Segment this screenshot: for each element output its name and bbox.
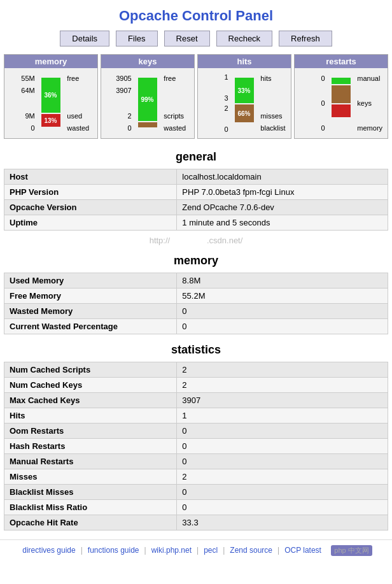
row-value: 1 minute and 5 seconds (177, 215, 388, 231)
row-label: Manual Restarts (4, 454, 177, 469)
restarts-label-memory: memory (357, 124, 385, 132)
memory-label-empty1 (7, 99, 35, 107)
keys-left-labels: 3905 3907 2 0 (104, 72, 134, 134)
row-label: Hash Restarts (4, 439, 177, 454)
table-row: Uptime1 minute and 5 seconds (4, 215, 388, 231)
memory-left-labels: 55M 64M 9M 0 (7, 72, 37, 134)
footer-link[interactable]: wiki.php.net (151, 546, 192, 555)
hits-label-3: 3 (200, 94, 228, 102)
restarts-panel: restarts 0 0 0 manual keys (294, 54, 388, 139)
row-value: 3907 (177, 393, 388, 408)
row-label: Free Memory (4, 288, 177, 304)
row-value: 0 (177, 424, 388, 439)
memory-label-r1 (67, 87, 95, 94)
statistics-table: Num Cached Scripts2Num Cached Keys2Max C… (4, 362, 388, 531)
general-table: Hostlocalhost.localdomainPHP VersionPHP … (4, 169, 388, 231)
hits-panel-header: hits (198, 55, 291, 68)
table-row: Hash Restarts0 (4, 439, 388, 454)
hits-label-2: 2 (200, 104, 228, 112)
hits-label-0: 0 (200, 125, 228, 133)
row-value: localhost.localdomain (177, 169, 388, 185)
row-label: Num Cached Keys (4, 378, 177, 393)
stat-panels: memory 55M 64M 9M 0 36% 13% free used (0, 54, 392, 139)
memory-panel-header: memory (4, 55, 97, 68)
footer-link[interactable]: directives guide (22, 546, 75, 555)
footer: directives guide|functions guide|wiki.ph… (0, 539, 392, 560)
table-row: Hits1 (4, 408, 388, 424)
hits-panel: hits 1 3 2 0 33% 66% hits misses (197, 54, 291, 139)
hits-label-1: 1 (200, 73, 228, 81)
reset-button[interactable]: Reset (164, 31, 210, 46)
footer-separator: | (277, 546, 279, 555)
table-row: Num Cached Scripts2 (4, 362, 388, 378)
row-label: Blacklist Miss Ratio (4, 500, 177, 515)
table-row: Opcache Hit Rate33.3 (4, 515, 388, 531)
restarts-label-keys: keys (357, 99, 385, 107)
restarts-right-labels: manual keys memory (354, 72, 385, 134)
table-row: Num Cached Keys2 (4, 378, 388, 393)
restarts-panel-header: restarts (295, 55, 388, 68)
table-row: Manual Restarts0 (4, 454, 388, 469)
restarts-label-0a: 0 (297, 75, 325, 82)
row-label: Wasted Memory (4, 304, 177, 319)
keys-label-0: 0 (104, 124, 132, 132)
recheck-button[interactable]: Recheck (216, 31, 273, 46)
row-value: 2 (177, 469, 388, 485)
restarts-bar-container (327, 72, 355, 134)
refresh-button[interactable]: Refresh (279, 31, 332, 46)
table-row: Wasted Memory0 (4, 304, 388, 319)
table-row: Hostlocalhost.localdomain (4, 169, 388, 185)
keys-bar-container: 99% (134, 72, 162, 134)
keys-label-3907: 3907 (104, 87, 132, 94)
table-row: Blacklist Miss Ratio0 (4, 500, 388, 515)
keys-bar-scripts (138, 122, 157, 127)
table-row: PHP VersionPHP 7.0.0beta3 fpm-fcgi Linux (4, 185, 388, 200)
details-button[interactable]: Details (60, 31, 109, 46)
memory-label-free: free (67, 75, 95, 82)
row-label: Used Memory (4, 273, 177, 288)
restarts-label-0b: 0 (297, 99, 325, 107)
general-title: general (0, 150, 392, 164)
row-value: 2 (177, 362, 388, 378)
restarts-bar-memory (332, 104, 351, 117)
keys-label-2: 2 (104, 112, 132, 120)
footer-link[interactable]: Zend source (230, 546, 272, 555)
row-label: Uptime (4, 215, 177, 231)
hits-bar-hits: 33% (235, 78, 254, 103)
restarts-left-labels: 0 0 0 (297, 72, 327, 134)
table-row: Max Cached Keys3907 (4, 393, 388, 408)
memory-bar-free: 36% (41, 78, 60, 113)
top-nav: Details Files Reset Recheck Refresh (0, 31, 392, 46)
footer-link[interactable]: pecl (204, 546, 218, 555)
keys-bar-free: 99% (138, 78, 157, 121)
row-value: 2 (177, 378, 388, 393)
hits-right-labels: hits misses blacklist (258, 72, 288, 134)
memory-title: memory (0, 254, 392, 267)
row-label: Host (4, 169, 177, 185)
memory-label-9m: 9M (7, 112, 35, 120)
hits-left-labels: 1 3 2 0 (200, 72, 230, 134)
memory-bar-used: 13% (41, 114, 60, 127)
footer-separator: | (81, 546, 83, 555)
row-value: 0 (177, 500, 388, 515)
row-value: 0 (177, 319, 388, 334)
memory-table: Used Memory8.8MFree Memory55.2MWasted Me… (4, 273, 388, 334)
memory-watermark: http:// .csdn.net/ (0, 236, 392, 245)
footer-link[interactable]: functions guide (88, 546, 139, 555)
hits-label-misses: misses (260, 112, 288, 120)
memory-bar-container: 36% 13% (37, 72, 65, 134)
keys-label-wasted: wasted (164, 124, 192, 132)
row-value: 0 (177, 485, 388, 500)
keys-label-scripts: scripts (164, 112, 192, 120)
footer-link[interactable]: OCP latest (284, 546, 321, 555)
row-label: Misses (4, 469, 177, 485)
table-row: Misses2 (4, 469, 388, 485)
memory-label-wasted: wasted (67, 124, 95, 132)
keys-label-free: free (164, 75, 192, 82)
row-label: Current Wasted Percentage (4, 319, 177, 334)
memory-label-r2 (67, 99, 95, 107)
row-label: Num Cached Scripts (4, 362, 177, 378)
keys-panel-header: keys (101, 55, 194, 68)
restarts-label-0c: 0 (297, 124, 325, 132)
files-button[interactable]: Files (116, 31, 157, 46)
